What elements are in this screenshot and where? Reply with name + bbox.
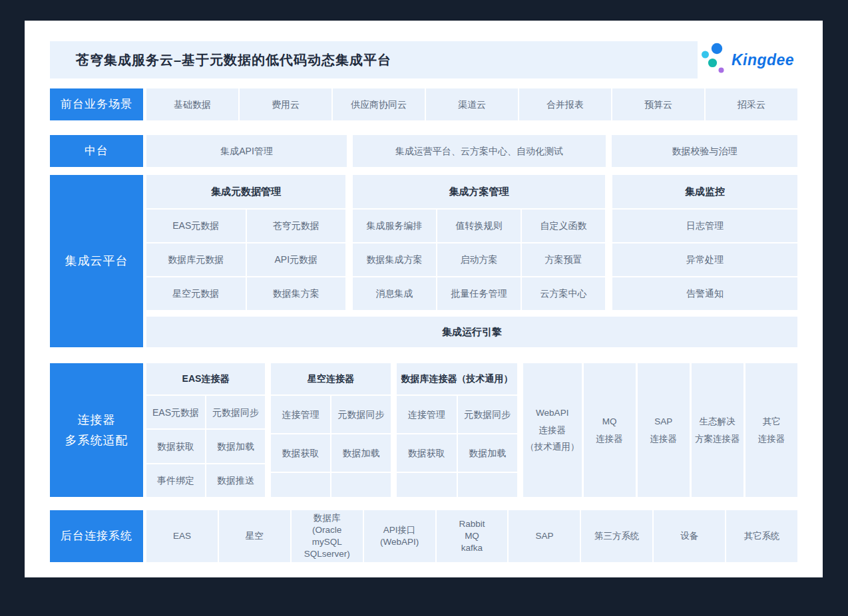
connector-cell: EAS元数据 [146,396,205,428]
connector-cell: 元数据同步 [331,396,391,433]
front-cell: 预算云 [612,88,704,120]
connectors-label: 连接器 多系统适配 [50,363,143,497]
middle-cell: 集成运营平台、云方案中心、自动化测试 [353,135,606,167]
platform-cell: 日志管理 [612,210,797,242]
middle-row-cells: 集成API管理集成运营平台、云方案中心、自动化测试数据校验与治理 [146,135,797,167]
platform-cell: 数据库元数据 [146,243,246,276]
front-cell: 合并报表 [519,88,611,120]
group-database-cells: 连接管理元数据同步数据获取数据加载 [397,396,517,497]
connectors-section: 连接器 多系统适配 EAS连接器 EAS元数据元数据同步数据获取数据加载事件绑定… [50,363,797,497]
backend-cell: 其它系统 [726,510,797,562]
group-monitoring-title: 集成监控 [612,175,797,208]
front-cell: 费用云 [240,88,331,120]
connector-cell: 元数据同步 [458,396,518,433]
connector-cell: 数据加载 [331,434,391,472]
connector-cell: 数据获取 [146,430,205,462]
kingdee-dots-icon [701,42,728,78]
platform-label: 集成云平台 [50,175,143,347]
platform-cell: 异常处理 [612,243,797,276]
group-database-connector: 数据库连接器（技术通用） 连接管理元数据同步数据获取数据加载 [397,363,517,497]
group-database-title: 数据库连接器（技术通用） [397,363,517,394]
backend-cell: 第三方系统 [581,510,652,562]
connector-cell: 数据加载 [458,434,518,472]
backend-cell: API接口 (WebAPI) [364,510,435,562]
kingdee-logo: Kingdee [698,41,797,78]
platform-groups: 集成元数据管理 EAS元数据苍穹元数据数据库元数据API元数据星空元数据数据集方… [146,175,797,310]
group-xingkong-cells: 连接管理元数据同步数据获取数据加载 [271,396,391,497]
front-cell: 供应商协同云 [333,88,425,120]
header: 苍穹集成服务云–基于元数据的低代码动态集成平台 Kingdee [50,41,797,78]
backend-row-label: 后台连接系统 [50,510,143,562]
page-title: 苍穹集成服务云–基于元数据的低代码动态集成平台 [76,51,391,69]
group-xingkong-title: 星空连接器 [271,363,391,394]
group-metadata-title: 集成元数据管理 [146,175,345,208]
platform-cell: 数据集方案 [247,277,346,310]
backend-cell: 设备 [654,510,725,562]
group-eas-title: EAS连接器 [146,363,265,394]
backend-cell: EAS [146,510,218,562]
platform-cell: 云方案中心 [522,277,605,310]
group-metadata-cells: EAS元数据苍穹元数据数据库元数据API元数据星空元数据数据集方案 [146,210,345,310]
platform-cell: 消息集成 [353,277,436,310]
tall-connector-cells: WebAPI 连接器 （技术通用）MQ 连接器SAP 连接器生态解决 方案连接器… [523,363,797,497]
connector-cell: 数据获取 [271,434,330,472]
platform-cell: 批量任务管理 [437,277,521,310]
connector-cell: 数据推送 [206,464,265,497]
group-monitoring: 集成监控 日志管理异常处理告警通知 [612,175,797,310]
tall-connector-cell: 其它 连接器 [745,363,797,497]
group-xingkong-connector: 星空连接器 连接管理元数据同步数据获取数据加载 [271,363,391,497]
backend-cell: 数据库 (Oracle mySQL SQLserver) [292,510,363,562]
middle-cell: 集成API管理 [146,135,347,167]
platform-cell: 告警通知 [612,277,797,310]
platform-cell: API元数据 [247,243,346,276]
platform-cell: 方案预置 [522,243,605,276]
group-eas-cells: EAS元数据元数据同步数据获取数据加载事件绑定数据推送 [146,396,265,497]
group-metadata-management: 集成元数据管理 EAS元数据苍穹元数据数据库元数据API元数据星空元数据数据集方… [146,175,345,310]
platform-cell: 集成服务编排 [353,210,436,242]
platform-cell: 数据集成方案 [353,243,436,276]
middle-cell: 数据校验与治理 [612,135,797,167]
platform-cell: 值转换规则 [437,210,521,242]
connector-cell [271,473,330,497]
front-row: 前台业务场景 基础数据费用云供应商协同云渠道云合并报表预算云招采云 [50,88,797,120]
backend-cell: SAP [509,510,580,562]
title-bar: 苍穹集成服务云–基于元数据的低代码动态集成平台 [50,41,698,78]
connector-cell: 数据获取 [397,434,457,472]
main-card: 苍穹集成服务云–基于元数据的低代码动态集成平台 Kingdee 前台业务场景 基… [25,21,823,577]
platform-cell: 自定义函数 [522,210,605,242]
front-cell: 基础数据 [146,88,238,120]
middle-row-label: 中台 [50,135,143,167]
group-solution-cells: 集成服务编排值转换规则自定义函数数据集成方案启动方案方案预置消息集成批量任务管理… [353,210,605,310]
engine-bar: 集成运行引擎 [146,317,797,347]
connector-cell [331,473,391,497]
tall-connector-cell: 生态解决 方案连接器 [692,363,743,497]
connector-cell: 事件绑定 [146,464,205,497]
tall-connector-cell: MQ 连接器 [584,363,636,497]
backend-cell: Rabbit MQ kafka [437,510,508,562]
connector-cell: 连接管理 [397,396,457,433]
platform-cell: 启动方案 [437,243,521,276]
group-solution-title: 集成方案管理 [353,175,605,208]
group-solution-management: 集成方案管理 集成服务编排值转换规则自定义函数数据集成方案启动方案方案预置消息集… [353,175,605,310]
platform-cell: EAS元数据 [146,210,246,242]
group-eas-connector: EAS连接器 EAS元数据元数据同步数据获取数据加载事件绑定数据推送 [146,363,265,497]
connector-cell: 元数据同步 [206,396,265,428]
platform-content: 集成元数据管理 EAS元数据苍穹元数据数据库元数据API元数据星空元数据数据集方… [146,175,797,347]
connectors-content: EAS连接器 EAS元数据元数据同步数据获取数据加载事件绑定数据推送 星空连接器… [146,363,797,497]
tall-connector-cell: WebAPI 连接器 （技术通用） [523,363,582,497]
connector-cell [458,473,518,497]
group-monitoring-cells: 日志管理异常处理告警通知 [612,210,797,310]
connector-cell: 数据加载 [206,430,265,462]
front-cell: 招采云 [706,88,797,120]
platform-cell: 星空元数据 [146,277,246,310]
connector-cell [397,473,457,497]
kingdee-wordmark: Kingdee [732,51,794,69]
platform-cell: 苍穹元数据 [247,210,346,242]
connector-cell: 连接管理 [271,396,330,433]
backend-cell: 星空 [219,510,290,562]
backend-row: 后台连接系统 EAS星空数据库 (Oracle mySQL SQLserver)… [50,510,797,562]
backend-row-cells: EAS星空数据库 (Oracle mySQL SQLserver)API接口 (… [146,510,797,562]
front-row-cells: 基础数据费用云供应商协同云渠道云合并报表预算云招采云 [146,88,797,120]
platform-section: 集成云平台 集成元数据管理 EAS元数据苍穹元数据数据库元数据API元数据星空元… [50,175,797,347]
page-background: { "colors": { "page_bg": "#151f2e", "car… [0,0,848,616]
